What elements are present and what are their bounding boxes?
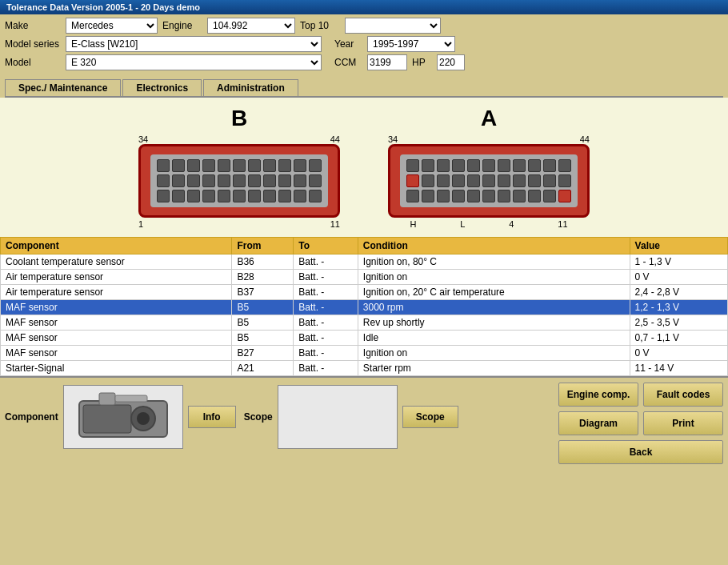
a-pin [513, 174, 526, 187]
diagram-button[interactable]: Diagram [558, 411, 638, 435]
a-pin [528, 159, 541, 172]
cell-to: Batt. - [294, 315, 358, 331]
cell-to: Batt. - [294, 254, 358, 270]
make-select[interactable]: Mercedes [66, 18, 158, 34]
b-pin-row-1 [157, 159, 322, 172]
connector-b: B 34 44 1 [138, 106, 340, 229]
b-pin [202, 159, 215, 172]
model-select[interactable]: E 320 [66, 54, 322, 70]
b-pin [294, 159, 306, 172]
row-model-series: Model series E-Class [W210] Year 1995-19… [5, 36, 723, 52]
scope-display [278, 385, 398, 449]
cell-condition: Ignition on [358, 346, 630, 361]
cell-from: B27 [232, 346, 294, 361]
svg-rect-1 [83, 405, 131, 433]
top10-label: Top 10 [300, 20, 340, 31]
connector-a-top-numbers: 34 44 [388, 134, 590, 144]
scope-button[interactable]: Scope [402, 406, 458, 428]
b-pin [309, 159, 322, 172]
fault-codes-button[interactable]: Fault codes [643, 383, 723, 407]
cell-component: Air temperature sensor [1, 285, 232, 300]
bottom-right-buttons: Engine comp. Fault codes Diagram Print B… [558, 383, 723, 451]
tab-electronics[interactable]: Electronics [122, 79, 202, 96]
cell-from: B5 [232, 331, 294, 346]
b-pin-row-2 [157, 174, 322, 187]
table-body: Coolant temperature sensorB36Batt. -Igni… [1, 254, 728, 376]
ccm-label: CCM [334, 57, 362, 68]
a-pin [452, 190, 465, 202]
b-pin [263, 159, 276, 172]
btn-row-1: Engine comp. Fault codes [558, 383, 723, 407]
col-value: Value [630, 238, 727, 254]
col-component: Component [1, 238, 232, 254]
b-pin [218, 174, 230, 187]
a-pin-highlighted [406, 174, 419, 187]
engine-comp-button[interactable]: Engine comp. [558, 383, 638, 407]
table-row[interactable]: MAF sensorB27Batt. -Ignition on0 V [1, 346, 728, 361]
model-series-label: Model series [5, 38, 61, 50]
a-pin [498, 159, 510, 172]
b-pin [157, 190, 170, 202]
print-button[interactable]: Print [643, 411, 723, 435]
a-pin-row-2 [406, 174, 571, 187]
table-row[interactable]: Starter-SignalA21Batt. -Starter rpm11 - … [1, 361, 728, 376]
a-pin [498, 190, 510, 202]
top10-select[interactable] [345, 18, 441, 34]
a-bot-l: L [460, 219, 465, 229]
table-row[interactable]: Air temperature sensorB28Batt. -Ignition… [1, 270, 728, 285]
table-header-row: Component From To Condition Value [1, 238, 728, 254]
a-bot-11: 11 [558, 219, 567, 229]
hp-input[interactable] [437, 54, 465, 70]
ccm-input[interactable] [367, 54, 407, 70]
table-row[interactable]: MAF sensorB5Batt. -Rev up shortly2,5 - 3… [1, 315, 728, 331]
b-pin [157, 159, 170, 172]
tab-administration[interactable]: Administration [203, 79, 298, 96]
connector-b-body [138, 144, 340, 218]
data-table: Component From To Condition Value Coolan… [0, 237, 728, 376]
a-pin [528, 174, 541, 187]
connector-a-bottom-numbers: H L 4 11 [388, 219, 590, 229]
a-pin [422, 159, 434, 172]
year-select[interactable]: 1995-1997 [367, 36, 455, 52]
model-series-select[interactable]: E-Class [W210] [66, 36, 322, 52]
a-pin [543, 159, 556, 172]
table-row[interactable]: Air temperature sensorB37Batt. -Ignition… [1, 285, 728, 300]
maf-sensor-image [75, 389, 171, 445]
a-pin [558, 159, 571, 172]
tab-spec-maintenance[interactable]: Spec./ Maintenance [5, 79, 121, 96]
b-pin [202, 190, 215, 202]
a-pin [543, 190, 556, 202]
cell-component: Starter-Signal [1, 361, 232, 376]
cell-condition: Rev up shortly [358, 315, 630, 331]
back-button[interactable]: Back [558, 440, 723, 464]
b-pin [172, 174, 185, 187]
b-pin [233, 159, 246, 172]
col-to: To [294, 238, 358, 254]
table-row[interactable]: MAF sensorB5Batt. -Idle0,7 - 1,1 V [1, 331, 728, 346]
a-pin [452, 159, 465, 172]
engine-select[interactable]: 104.992 [207, 18, 295, 34]
a-pin [437, 174, 450, 187]
svg-rect-5 [115, 395, 147, 402]
scope-section: Scope Scope [244, 383, 458, 451]
col-condition: Condition [358, 238, 630, 254]
a-pin [467, 159, 480, 172]
connector-b-label: B [231, 106, 247, 131]
a-pin-row-1 [406, 159, 571, 172]
engine-label: Engine [162, 20, 202, 31]
cell-component: Coolant temperature sensor [1, 254, 232, 270]
info-button[interactable]: Info [188, 406, 236, 428]
b-pin [172, 159, 185, 172]
a-pin-highlighted-bottom [558, 190, 571, 202]
a-top-left-num: 34 [388, 134, 398, 144]
bottom-panel: Component Info Scope Scope Engine comp. … [0, 376, 728, 456]
table-row[interactable]: MAF sensorB5Batt. -3000 rpm1,2 - 1,3 V [1, 300, 728, 315]
b-top-left-num: 34 [138, 134, 148, 144]
a-pin [482, 190, 495, 202]
b-pin [294, 174, 306, 187]
b-pin [278, 190, 291, 202]
table-row[interactable]: Coolant temperature sensorB36Batt. -Igni… [1, 254, 728, 270]
b-pin [187, 190, 200, 202]
a-pin [437, 190, 450, 202]
a-pin [437, 159, 450, 172]
